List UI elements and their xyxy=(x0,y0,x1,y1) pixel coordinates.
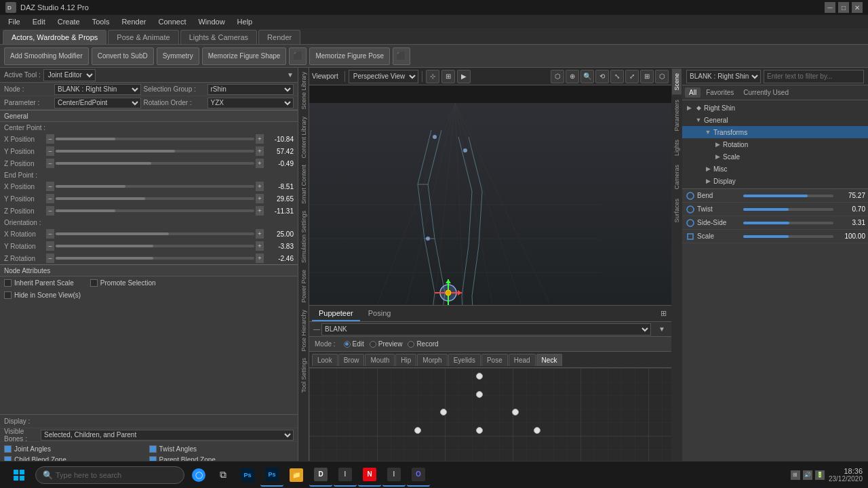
ex-slider[interactable] xyxy=(56,185,254,188)
simulation-settings-tab[interactable]: Simulation Settings xyxy=(299,208,309,266)
filter-input[interactable] xyxy=(764,70,864,83)
oy-slider[interactable] xyxy=(56,245,254,247)
tb-explorer[interactable]: 📁 xyxy=(285,464,308,487)
right-tab-cameras[interactable]: Cameras xyxy=(672,161,682,194)
hide-scene-checkbox[interactable] xyxy=(4,291,12,299)
scene-library-tab[interactable]: Scene Library xyxy=(299,69,309,113)
tab-posing[interactable]: Posing xyxy=(361,306,398,321)
ex-plus[interactable]: + xyxy=(256,182,264,191)
vp-nav2[interactable]: ⊕ xyxy=(566,70,579,83)
joint-angles-cb[interactable] xyxy=(4,445,12,453)
oz-slider[interactable] xyxy=(56,257,254,260)
morph-tab-morph[interactable]: Morph xyxy=(417,354,447,366)
ez-minus[interactable]: – xyxy=(46,206,54,216)
right-tab-parameters[interactable]: Parameters xyxy=(672,96,682,136)
morph-tab-hip[interactable]: Hip xyxy=(395,354,416,366)
cx-plus[interactable]: + xyxy=(256,134,264,144)
tb-daz[interactable]: D xyxy=(309,464,332,487)
cy-slider[interactable] xyxy=(56,150,254,152)
ey-minus[interactable]: – xyxy=(46,194,54,203)
oz-minus[interactable]: – xyxy=(46,253,54,263)
convert-subd-btn[interactable]: Convert to SubD xyxy=(92,47,154,65)
morph-tab-brow[interactable]: Brow xyxy=(338,354,365,366)
joint-manipulator[interactable] xyxy=(435,279,462,305)
morph-tab-eyelids[interactable]: Eyelids xyxy=(448,354,481,366)
menu-connect[interactable]: Connect xyxy=(153,16,192,27)
vp-nav4[interactable]: ⟲ xyxy=(595,70,609,83)
tb-untitled[interactable]: Ps xyxy=(260,464,283,487)
ox-plus[interactable]: + xyxy=(256,229,264,239)
taskbar-search[interactable]: 🔍 Type here to search xyxy=(35,466,184,484)
viewport-3d[interactable] xyxy=(309,103,671,305)
tree-display[interactable]: ▶ Display xyxy=(682,175,868,187)
smart-content-tab[interactable]: Smart Content xyxy=(299,162,309,207)
pup-dot-5[interactable] xyxy=(476,427,483,434)
vp-render-icon[interactable]: ▶ xyxy=(457,70,471,83)
twist-angles-cb[interactable] xyxy=(149,445,157,453)
morph-tab-neck[interactable]: Neck xyxy=(536,354,563,366)
ey-plus[interactable]: + xyxy=(256,194,264,203)
tb-icarus2[interactable]: I xyxy=(382,464,406,487)
vp-nav5[interactable]: ⤡ xyxy=(610,70,624,83)
cat-favorites[interactable]: Favorites xyxy=(702,87,738,98)
right-tab-lights[interactable]: Lights xyxy=(672,136,682,160)
minimize-button[interactable]: ─ xyxy=(825,2,835,13)
active-tool-select[interactable]: Joint Editor xyxy=(43,69,96,81)
mode-record-radio[interactable]: Record xyxy=(408,340,438,348)
morph-tab-head[interactable]: Head xyxy=(509,354,536,366)
tab-puppeteer[interactable]: Puppeteer xyxy=(312,306,360,321)
cy-minus[interactable]: – xyxy=(46,146,54,156)
memorize-figure-icon[interactable]: ⬛ xyxy=(289,47,307,65)
vp-grid-icon[interactable]: ⊞ xyxy=(441,70,455,83)
oy-plus[interactable]: + xyxy=(256,241,264,251)
ox-slider[interactable] xyxy=(56,232,254,235)
selection-group-select[interactable]: rShin xyxy=(208,84,294,95)
menu-edit[interactable]: Edit xyxy=(27,16,51,27)
morph-tab-pose[interactable]: Pose xyxy=(481,354,508,366)
blank-shin-select[interactable]: BLANK : Right Shin xyxy=(686,70,761,83)
cy-plus[interactable]: + xyxy=(256,146,264,156)
ez-slider[interactable] xyxy=(56,209,254,212)
menu-help[interactable]: Help xyxy=(232,16,258,27)
vp-nav1[interactable]: ⬡ xyxy=(551,70,564,83)
vp-nav3[interactable]: 🔍 xyxy=(580,70,594,83)
tb-task-view[interactable]: ⧉ xyxy=(212,464,235,487)
tree-rotation[interactable]: ▶ Rotation xyxy=(682,138,868,150)
close-button[interactable]: ✕ xyxy=(852,2,863,13)
tab-actors-wardrobe[interactable]: Actors, Wardrobe & Props xyxy=(3,30,106,44)
ex-minus[interactable]: – xyxy=(46,182,54,191)
start-button[interactable] xyxy=(5,465,33,485)
oy-minus[interactable]: – xyxy=(46,241,54,251)
tree-misc[interactable]: ▶ Misc xyxy=(682,163,868,175)
memorize-figure-shape-btn[interactable]: Memorize Figure Shape xyxy=(202,47,287,65)
pup-expand-icon[interactable]: ⊞ xyxy=(658,308,669,319)
menu-file[interactable]: File xyxy=(3,16,26,27)
maximize-button[interactable]: □ xyxy=(838,2,849,13)
tab-lights-cameras[interactable]: Lights & Cameras xyxy=(180,30,257,44)
node-select[interactable]: BLANK : Right Shin xyxy=(54,84,141,95)
pup-dot-3[interactable] xyxy=(512,409,519,415)
visible-bones-select[interactable]: Selected, Children, and Parent xyxy=(41,430,294,441)
tb-icarus[interactable]: I xyxy=(334,464,357,487)
side-side-slider[interactable] xyxy=(743,222,833,224)
cz-plus[interactable]: + xyxy=(256,159,264,168)
tree-scale[interactable]: ▶ Scale xyxy=(682,150,868,163)
content-library-tab[interactable]: Content Library xyxy=(299,114,309,161)
menu-create[interactable]: Create xyxy=(52,16,85,27)
rotation-order-select[interactable]: YZX xyxy=(208,98,294,108)
vp-nav8[interactable]: ⬡ xyxy=(655,70,669,83)
oz-plus[interactable]: + xyxy=(256,253,264,263)
tb-obs[interactable]: O xyxy=(407,464,430,487)
blank-select[interactable]: BLANK xyxy=(321,323,651,336)
pup-dot-4[interactable] xyxy=(414,427,421,434)
promote-selection-checkbox[interactable] xyxy=(90,279,98,287)
right-tab-surfaces[interactable]: Surfaces xyxy=(672,195,682,227)
scale-slider[interactable] xyxy=(743,235,833,238)
twist-slider[interactable] xyxy=(743,208,833,211)
menu-render[interactable]: Render xyxy=(116,16,151,27)
tree-general[interactable]: ▼ General xyxy=(682,114,868,126)
tool-settings-tab[interactable]: Tool Settings xyxy=(299,355,309,396)
cz-slider[interactable] xyxy=(56,162,254,165)
vp-nav7[interactable]: ⊞ xyxy=(640,70,654,83)
tb-cortana[interactable]: ◯ xyxy=(187,464,210,487)
